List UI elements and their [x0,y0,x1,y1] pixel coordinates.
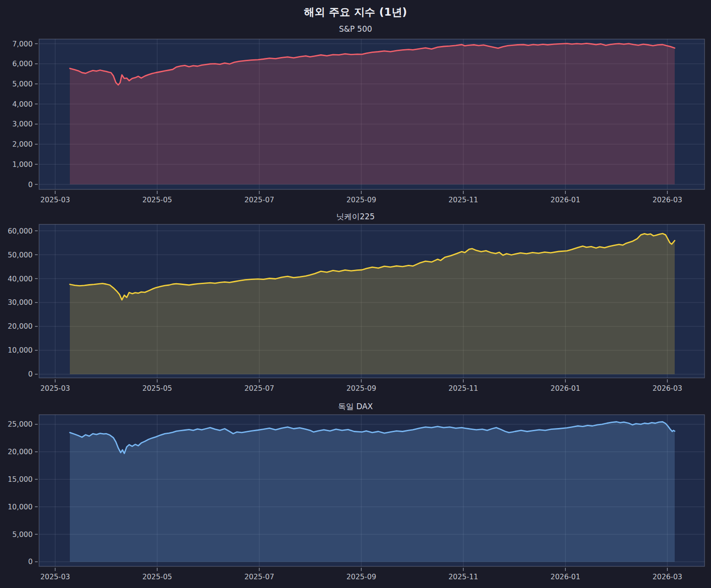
y-tick-label: 25,000 [8,420,33,428]
chart-sp500: 01,0002,0003,0004,0005,0006,0007,0002025… [0,22,711,206]
y-tick-label: 50,000 [8,251,33,259]
chart-nikkei225: 010,00020,00030,00040,00050,00060,000202… [0,209,711,398]
y-tick-label: 2,000 [12,140,33,148]
x-tick-label: 2025-11 [449,196,478,204]
y-tick-label: 20,000 [8,322,33,331]
y-tick-label: 20,000 [8,448,33,456]
x-tick-label: 2026-03 [653,573,683,581]
chart-nikkei225-canvas: 010,00020,00030,00040,00050,00060,000202… [0,209,711,398]
x-tick-label: 2025-07 [245,384,274,393]
chart-sp500-canvas: 01,0002,0003,0004,0005,0006,0007,0002025… [0,22,711,206]
y-tick-label: 0 [28,370,33,378]
figure-overseas-indices: 해외 주요 지수 (1년) 01,0002,0003,0004,0005,000… [0,0,711,588]
y-tick-label: 0 [28,558,33,566]
x-tick-label: 2025-05 [142,196,172,204]
y-tick-label: 1,000 [12,160,33,169]
chart-dax-canvas: 05,00010,00015,00020,00025,0002025-03202… [0,399,711,588]
x-tick-label: 2025-11 [449,384,478,393]
x-tick-label: 2026-01 [551,573,580,581]
y-tick-label: 7,000 [12,40,33,48]
x-tick-label: 2025-07 [245,196,274,204]
y-tick-label: 30,000 [8,298,33,307]
x-tick-label: 2025-03 [40,196,70,204]
x-tick-label: 2025-05 [142,384,172,393]
chart-dax-title: 독일 DAX [0,401,711,412]
y-tick-label: 10,000 [8,503,33,511]
y-tick-label: 60,000 [8,227,33,235]
x-tick-label: 2026-03 [653,196,683,204]
chart-dax: 05,00010,00015,00020,00025,0002025-03202… [0,399,711,588]
y-tick-label: 15,000 [8,475,33,484]
x-tick-label: 2025-09 [347,196,376,204]
x-tick-label: 2026-01 [551,384,580,393]
x-tick-label: 2026-01 [551,196,580,204]
y-tick-label: 3,000 [12,120,33,128]
chart-sp500-title: S&P 500 [0,24,711,34]
x-tick-label: 2026-03 [653,384,683,393]
x-tick-label: 2025-09 [347,573,376,581]
y-tick-label: 40,000 [8,275,33,283]
series-area [70,422,675,562]
y-tick-label: 4,000 [12,100,33,108]
x-tick-label: 2025-11 [449,573,478,581]
page-title: 해외 주요 지수 (1년) [0,5,711,19]
y-tick-label: 6,000 [12,60,33,68]
x-tick-label: 2025-07 [245,573,274,581]
x-tick-label: 2025-03 [40,573,70,581]
y-tick-label: 5,000 [12,80,33,88]
x-tick-label: 2025-03 [40,384,70,393]
y-tick-label: 10,000 [8,346,33,354]
y-tick-label: 5,000 [12,531,33,539]
x-tick-label: 2025-09 [347,384,376,393]
y-tick-label: 0 [28,181,33,189]
chart-nikkei225-title: 닛케이225 [0,211,711,222]
x-tick-label: 2025-05 [142,573,172,581]
